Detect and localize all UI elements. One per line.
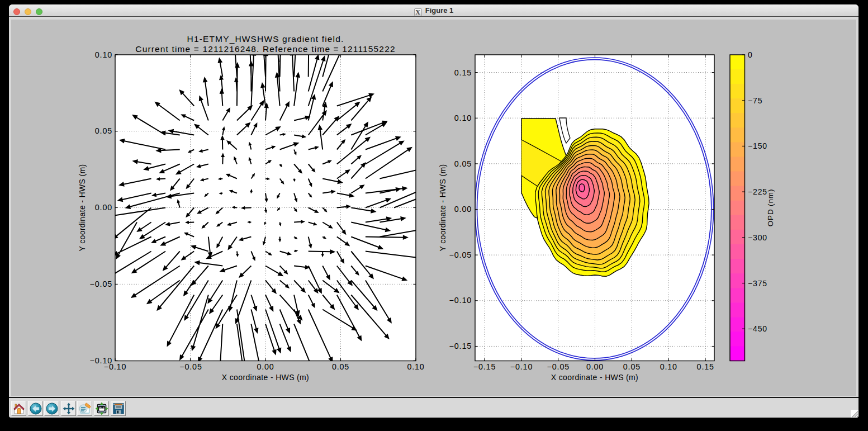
svg-text:−375: −375 — [748, 279, 767, 288]
svg-text:−300: −300 — [748, 233, 767, 242]
svg-text:Current time = 1211216248. Ref: Current time = 1211216248. Reference tim… — [135, 44, 395, 54]
svg-text:0.15: 0.15 — [697, 362, 714, 371]
svg-text:−0.05: −0.05 — [90, 280, 112, 288]
svg-text:0: 0 — [748, 50, 753, 59]
svg-text:OPD (nm): OPD (nm) — [766, 189, 775, 227]
svg-text:Y coordinate - HWS (m): Y coordinate - HWS (m) — [78, 164, 87, 251]
svg-text:−450: −450 — [748, 324, 767, 333]
svg-text:−150: −150 — [748, 141, 767, 150]
svg-text:Y coordinate - HWS (m): Y coordinate - HWS (m) — [438, 164, 447, 251]
svg-text:0.15: 0.15 — [454, 68, 472, 77]
svg-text:0.05: 0.05 — [454, 159, 472, 168]
svg-text:0.05: 0.05 — [95, 126, 112, 135]
svg-text:0.00: 0.00 — [257, 362, 274, 371]
svg-text:0.10: 0.10 — [95, 50, 112, 59]
svg-text:H1-ETMY_HWSHWS gradient field.: H1-ETMY_HWSHWS gradient field. — [187, 34, 344, 44]
svg-text:−0.10: −0.10 — [510, 362, 533, 371]
svg-text:−225: −225 — [748, 187, 767, 196]
svg-text:−0.05: −0.05 — [449, 250, 472, 259]
svg-text:0.10: 0.10 — [407, 362, 424, 371]
svg-text:−0.10: −0.10 — [90, 356, 112, 365]
svg-text:X coordinate - HWS (m): X coordinate - HWS (m) — [551, 373, 638, 382]
svg-text:−0.15: −0.15 — [449, 342, 472, 351]
svg-text:−0.05: −0.05 — [179, 362, 202, 371]
svg-text:−75: −75 — [748, 96, 762, 105]
svg-text:0.00: 0.00 — [95, 203, 112, 212]
svg-text:−0.10: −0.10 — [449, 296, 472, 305]
svg-text:0.05: 0.05 — [623, 362, 641, 371]
svg-text:0.00: 0.00 — [586, 362, 604, 371]
svg-text:0.10: 0.10 — [454, 113, 472, 122]
svg-text:−0.15: −0.15 — [473, 362, 496, 371]
svg-text:0.05: 0.05 — [332, 362, 349, 371]
svg-text:−0.05: −0.05 — [547, 362, 570, 371]
svg-text:0.10: 0.10 — [660, 362, 677, 371]
svg-text:X coordinate - HWS (m): X coordinate - HWS (m) — [222, 373, 309, 382]
svg-text:0.00: 0.00 — [454, 205, 472, 214]
